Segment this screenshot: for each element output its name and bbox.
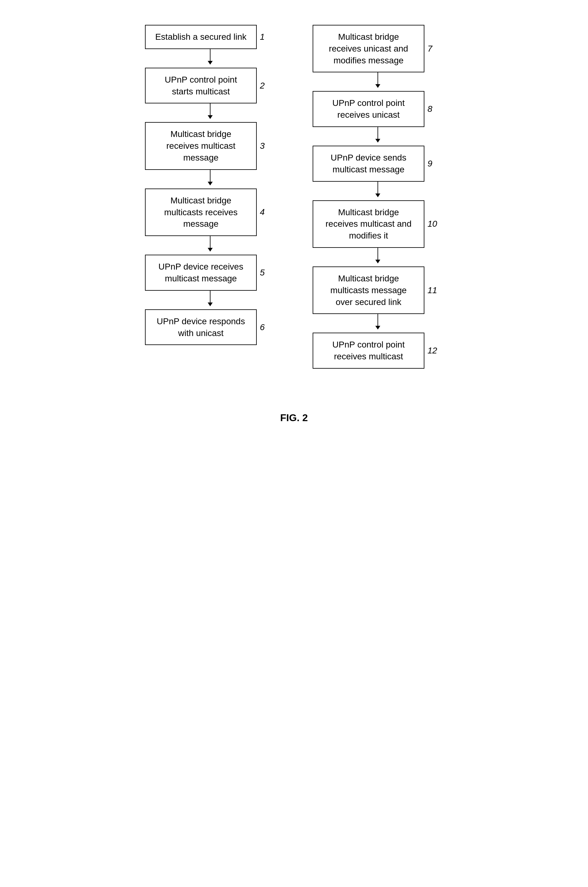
arrow-7-8 <box>313 72 443 91</box>
step-12-box: UPnP control point receives multicast <box>313 333 424 369</box>
arrow-4-5 <box>145 236 275 255</box>
step-3-box: Multicast bridge receives multicast mess… <box>145 122 257 170</box>
step-12-wrapper: UPnP control point receives multicast 12 <box>313 333 443 369</box>
step-7-text: Multicast bridge receives unicast and mo… <box>329 32 408 65</box>
step-3-wrapper: Multicast bridge receives multicast mess… <box>145 122 275 170</box>
step-11-box: Multicast bridge multicasts message over… <box>313 266 424 314</box>
step-6-label: 6 <box>260 323 265 332</box>
arrow-2-3 <box>145 104 275 122</box>
step-2-label: 2 <box>260 81 265 91</box>
figure-label: FIG. 2 <box>0 412 588 424</box>
arrow-9-10 <box>313 182 443 200</box>
arrow-3-4 <box>145 170 275 189</box>
figure-label-text: FIG. 2 <box>280 412 308 423</box>
step-2-box: UPnP control point starts multicast <box>145 68 257 104</box>
step-6-wrapper: UPnP device responds with unicast 6 <box>145 309 275 345</box>
step-9-wrapper: UPnP device sends multicast message 9 <box>313 146 443 182</box>
step-9-box: UPnP device sends multicast message <box>313 146 424 182</box>
step-8-box: UPnP control point receives unicast <box>313 91 424 127</box>
arrow-down-icon <box>210 170 210 182</box>
step-5-box: UPnP device receives multicast message <box>145 255 257 291</box>
step-4-label: 4 <box>260 207 265 217</box>
step-6-text: UPnP device responds with unicast <box>157 317 245 338</box>
arrow-11-12 <box>313 314 443 333</box>
step-12-text: UPnP control point receives multicast <box>333 340 405 361</box>
step-8-text: UPnP control point receives unicast <box>333 98 405 120</box>
step-1-box: Establish a secured link <box>145 25 257 49</box>
step-8-label: 8 <box>428 104 432 114</box>
step-7-box: Multicast bridge receives unicast and mo… <box>313 25 424 72</box>
step-10-wrapper: Multicast bridge receives multicast and … <box>313 200 443 248</box>
right-column: Multicast bridge receives unicast and mo… <box>313 25 443 369</box>
step-3-label: 3 <box>260 141 265 151</box>
step-12-label: 12 <box>428 346 437 356</box>
step-6-box: UPnP device responds with unicast <box>145 309 257 345</box>
step-5-label: 5 <box>260 268 265 278</box>
diagram-container: Establish a secured link 1 UPnP control … <box>0 0 588 387</box>
arrow-8-9 <box>313 127 443 146</box>
step-1-label: 1 <box>260 32 265 42</box>
arrow-down-icon <box>378 127 378 140</box>
step-5-text: UPnP device receives multicast message <box>158 262 243 283</box>
step-10-box: Multicast bridge receives multicast and … <box>313 200 424 248</box>
step-10-text: Multicast bridge receives multicast and … <box>326 207 411 241</box>
step-9-label: 9 <box>428 159 432 169</box>
step-10-label: 10 <box>428 219 437 229</box>
arrow-down-icon <box>378 248 378 260</box>
arrow-down-icon <box>210 104 210 116</box>
step-4-box: Multicast bridge multicasts receives mes… <box>145 189 257 236</box>
step-2-text: UPnP control point starts multicast <box>165 75 237 96</box>
left-column: Establish a secured link 1 UPnP control … <box>145 25 275 369</box>
step-5-wrapper: UPnP device receives multicast message 5 <box>145 255 275 291</box>
step-1-wrapper: Establish a secured link 1 <box>145 25 275 49</box>
step-3-text: Multicast bridge receives multicast mess… <box>166 129 236 162</box>
step-1-text: Establish a secured link <box>155 32 246 42</box>
step-8-wrapper: UPnP control point receives unicast 8 <box>313 91 443 127</box>
arrow-5-6 <box>145 291 275 309</box>
step-11-label: 11 <box>428 285 437 296</box>
step-4-wrapper: Multicast bridge multicasts receives mes… <box>145 189 275 236</box>
step-9-text: UPnP device sends multicast message <box>331 153 406 174</box>
step-11-wrapper: Multicast bridge multicasts message over… <box>313 266 443 314</box>
step-7-wrapper: Multicast bridge receives unicast and mo… <box>313 25 443 72</box>
arrow-down-icon <box>378 314 378 326</box>
step-2-wrapper: UPnP control point starts multicast 2 <box>145 68 275 104</box>
arrow-down-icon <box>378 182 378 194</box>
arrow-10-11 <box>313 248 443 266</box>
step-7-label: 7 <box>428 44 432 54</box>
arrow-1-2 <box>145 49 275 68</box>
arrow-down-icon <box>210 291 210 303</box>
arrow-down-icon <box>378 72 378 85</box>
arrow-down-icon <box>210 236 210 248</box>
arrow-down-icon <box>210 49 210 62</box>
step-11-text: Multicast bridge multicasts message over… <box>330 274 407 307</box>
step-4-text: Multicast bridge multicasts receives mes… <box>164 196 238 229</box>
